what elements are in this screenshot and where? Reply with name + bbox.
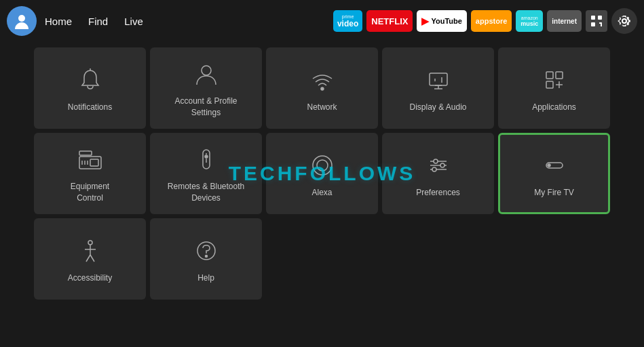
nav-live[interactable]: Live xyxy=(124,16,143,27)
app-appstore[interactable]: appstore xyxy=(471,10,512,32)
svg-point-31 xyxy=(317,160,328,171)
svg-rect-9 xyxy=(430,73,447,85)
nav-links: Home Find Live xyxy=(45,16,143,27)
svg-point-37 xyxy=(432,167,436,171)
nav-home[interactable]: Home xyxy=(45,16,72,27)
svg-rect-17 xyxy=(546,81,553,88)
svg-rect-5 xyxy=(601,24,602,26)
svg-rect-2 xyxy=(598,16,602,20)
tile-empty-2 xyxy=(382,218,494,300)
tile-network[interactable]: Network xyxy=(266,47,378,129)
svg-rect-4 xyxy=(599,22,602,24)
tile-help[interactable]: Help xyxy=(150,218,262,300)
tile-account-profile[interactable]: Account & ProfileSettings xyxy=(150,47,262,129)
tile-accessibility[interactable]: Accessibility xyxy=(34,218,146,300)
tile-display-audio[interactable]: Display & Audio xyxy=(382,47,494,129)
tile-alexa[interactable]: Alexa xyxy=(266,133,378,214)
tile-alexa-label: Alexa xyxy=(311,187,332,199)
tile-notifications-label: Notifications xyxy=(68,102,112,113)
tile-accessibility-label: Accessibility xyxy=(68,272,112,284)
avatar[interactable] xyxy=(7,6,37,36)
svg-point-0 xyxy=(18,15,25,22)
settings-grid: Notifications Account & ProfileSettings … xyxy=(34,47,610,300)
main-content: TECHFOLLOWS Notifications Account & Prof… xyxy=(0,42,644,305)
app-prime-video[interactable]: prime video xyxy=(333,10,362,32)
tile-display-audio-label: Display & Audio xyxy=(409,102,466,113)
nav-find[interactable]: Find xyxy=(88,16,108,27)
svg-point-40 xyxy=(88,241,92,245)
svg-line-43 xyxy=(86,255,90,262)
tile-notifications[interactable]: Notifications xyxy=(34,47,146,129)
svg-point-27 xyxy=(205,155,208,158)
tile-network-label: Network xyxy=(307,102,337,113)
svg-point-35 xyxy=(434,159,438,163)
tile-my-fire-tv-label: My Fire TV xyxy=(534,187,573,199)
tile-equipment-control-label: EquipmentControl xyxy=(71,181,109,204)
svg-rect-1 xyxy=(591,16,595,20)
app-internet[interactable]: internet xyxy=(547,10,582,32)
svg-point-36 xyxy=(440,163,444,167)
top-nav: Home Find Live prime video NETFLIX ▶ You… xyxy=(0,0,644,42)
app-grid-icon[interactable] xyxy=(586,10,607,32)
tile-remotes-bluetooth[interactable]: Remotes & BluetoothDevices xyxy=(150,133,262,214)
tile-help-label: Help xyxy=(197,272,214,284)
tile-my-fire-tv[interactable]: My Fire TV xyxy=(498,133,610,214)
tile-empty-3 xyxy=(498,218,610,300)
svg-rect-25 xyxy=(90,159,98,166)
app-amazon-music[interactable]: amazon music xyxy=(516,10,543,32)
tile-empty-1 xyxy=(266,218,378,300)
svg-point-39 xyxy=(548,164,550,167)
svg-rect-21 xyxy=(79,151,92,155)
svg-rect-3 xyxy=(591,22,595,26)
tile-equipment-control[interactable]: EquipmentControl xyxy=(34,133,146,214)
tile-preferences-label: Preferences xyxy=(416,187,460,199)
svg-point-8 xyxy=(321,87,324,90)
app-netflix[interactable]: NETFLIX xyxy=(366,10,413,32)
tile-applications[interactable]: Applications xyxy=(498,47,610,129)
tile-applications-label: Applications xyxy=(532,102,576,113)
tile-remotes-bluetooth-label: Remotes & BluetoothDevices xyxy=(168,181,244,204)
svg-point-7 xyxy=(202,66,211,75)
svg-rect-15 xyxy=(546,72,553,79)
app-youtube[interactable]: ▶ YouTube xyxy=(417,10,466,32)
svg-rect-16 xyxy=(556,72,563,79)
tile-account-profile-label: Account & ProfileSettings xyxy=(174,96,237,119)
nav-apps: prime video NETFLIX ▶ YouTube appstore a… xyxy=(333,8,637,34)
settings-icon[interactable] xyxy=(611,8,637,34)
tile-preferences[interactable]: Preferences xyxy=(382,133,494,214)
svg-line-44 xyxy=(90,255,94,262)
svg-point-46 xyxy=(205,255,207,257)
